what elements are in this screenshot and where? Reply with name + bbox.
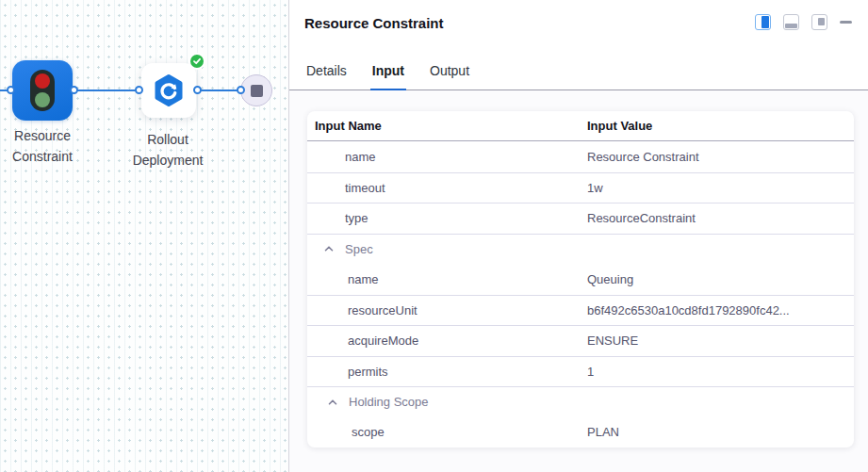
table-header: Input Name Input Value [307, 111, 854, 141]
connector-dot [7, 86, 15, 94]
row-name: scope [352, 425, 385, 439]
minimize-icon[interactable] [840, 14, 852, 30]
input-table-card: Input Name Input Value name Resource Con… [307, 111, 854, 448]
node-label: Rollout Deployment [116, 130, 220, 171]
row-name: acquireMode [348, 334, 418, 348]
workflow-canvas[interactable]: Resource Constraint Rollout Deployment [0, 0, 288, 472]
dock-right-icon[interactable] [755, 14, 771, 30]
node-resource-constraint[interactable] [12, 60, 73, 121]
table-row: acquireMode ENSURE [307, 325, 854, 356]
app-window: Resource Constraint Rollout Deployment R… [0, 0, 868, 472]
row-name: Spec [345, 242, 373, 256]
row-value: ResourceConstraint [587, 211, 854, 225]
table-row: timeout 1w [307, 172, 854, 203]
row-name: name [348, 272, 379, 286]
stop-square-icon [251, 85, 263, 97]
table-row: permits 1 [307, 356, 854, 387]
node-rollout-deployment[interactable] [141, 63, 196, 118]
tab-input[interactable]: Input [370, 63, 406, 91]
node-label: Resource Constraint [0, 126, 94, 167]
row-name: type [345, 211, 368, 225]
chevron-up-icon[interactable] [323, 243, 335, 254]
row-value: ENSURE [587, 334, 854, 348]
column-header-value: Input Value [587, 119, 854, 133]
row-value: 1w [587, 181, 854, 195]
tab-details[interactable]: Details [304, 63, 349, 91]
row-name: timeout [345, 181, 385, 195]
connector-dot [135, 86, 143, 94]
node-end[interactable] [240, 74, 272, 106]
detail-panel: Resource Constraint DetailsInputOutput I… [288, 0, 868, 472]
row-name: name [345, 150, 376, 164]
float-window-icon[interactable] [811, 14, 827, 30]
table-row: scope PLAN [307, 417, 854, 448]
rollout-icon [152, 73, 186, 107]
tab-output[interactable]: Output [428, 63, 471, 91]
table-row: name Queuing [307, 264, 854, 295]
panel-header: Resource Constraint [289, 0, 868, 52]
row-value: Queuing [587, 272, 854, 286]
connector-dot [193, 86, 202, 94]
row-name: resourceUnit [348, 303, 418, 317]
tabs: DetailsInputOutput [289, 52, 868, 90]
row-value: b6f492c6530a10cd8fd1792890fc42... [587, 303, 854, 317]
connector-dot [237, 86, 245, 94]
panel-body: Input Name Input Value name Resource Con… [289, 90, 868, 472]
table-row: name Resource Constraint [307, 141, 854, 172]
row-value: Resource Constraint [587, 150, 854, 164]
row-value: 1 [587, 365, 854, 379]
chevron-up-icon[interactable] [327, 397, 338, 408]
traffic-light-icon [30, 70, 55, 111]
dock-bottom-icon[interactable] [783, 14, 799, 30]
table-row: type ResourceConstraint [307, 203, 854, 234]
table-row: resourceUnit b6f492c6530a10cd8fd1792890f… [307, 295, 854, 326]
success-check-icon [188, 53, 205, 70]
row-name: Holding Scope [349, 395, 429, 409]
window-controls [755, 14, 852, 30]
connector-dot [70, 86, 78, 94]
table-section-row[interactable]: Spec [307, 234, 854, 265]
row-name: permits [348, 365, 388, 379]
row-value: PLAN [587, 425, 854, 439]
table-section-row[interactable]: Holding Scope [307, 386, 854, 417]
column-header-name: Input Name [307, 119, 587, 133]
input-table-body: name Resource Constraint timeout 1w type… [307, 141, 854, 448]
